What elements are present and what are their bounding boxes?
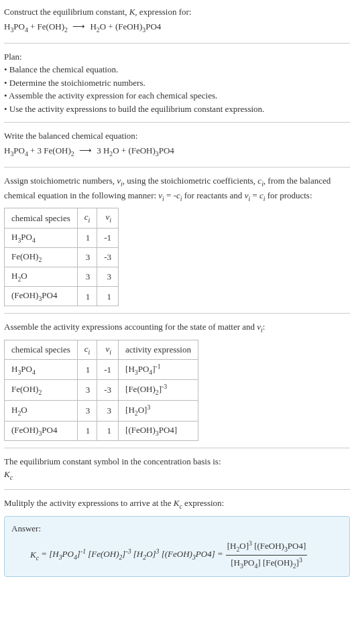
cell-ci: 1 — [77, 228, 97, 247]
cell-ci: 1 — [77, 421, 97, 440]
col-ci: ci — [77, 340, 97, 359]
table-row: Fe(OH)2 3 -3 — [5, 247, 119, 267]
cell-vi: -3 — [97, 247, 119, 267]
equilibrium-symbol: Kc — [4, 468, 350, 482]
kc-denominator: [H3PO4] [Fe(OH)2]3 — [229, 556, 304, 572]
table-row: H2O 3 3 — [5, 267, 119, 287]
intro-equation: H3PO4 + Fe(OH)2 ⟶ H2O + (FeOH)3PO4 — [4, 20, 350, 35]
col-species: chemical species — [5, 208, 78, 228]
cell-vi: 1 — [97, 287, 119, 306]
stoich-section: Assign stoichiometric numbers, νi, using… — [4, 174, 350, 314]
plan-item: • Balance the chemical equation. — [4, 63, 350, 76]
kc-fraction: [H2O]3 [(FeOH)3PO4] [H3PO4] [Fe(OH)2]3 — [226, 539, 308, 571]
table-row: (FeOH)3PO4 1 1 [(FeOH)3PO4] — [5, 421, 198, 440]
cell-ci: 3 — [77, 267, 97, 287]
final-intro: Mulitply the activity expressions to arr… — [4, 497, 350, 511]
intro-title: Construct the equilibrium constant, K, e… — [4, 5, 350, 19]
kc-expression: Kc = [H3PO4]-1 [Fe(OH)2]-3 [H2O]3 [(FeOH… — [11, 539, 343, 571]
table-header-row: chemical species ci νi — [5, 208, 119, 228]
cell-species: H2O — [5, 267, 78, 287]
cell-vi: -1 — [97, 228, 119, 247]
cell-activity: [H3PO4]-1 — [119, 359, 198, 380]
activity-intro: Assemble the activity expressions accoun… — [4, 320, 350, 335]
cell-species: Fe(OH)2 — [5, 247, 78, 267]
cell-species: (FeOH)3PO4 — [5, 287, 78, 306]
cell-species: Fe(OH)2 — [5, 380, 78, 401]
cell-vi: -3 — [97, 380, 119, 401]
cell-activity: [Fe(OH)2]-3 — [119, 380, 198, 401]
stoich-table: chemical species ci νi H3PO4 1 -1 Fe(OH)… — [4, 208, 119, 306]
cell-ci: 3 — [77, 401, 97, 422]
cell-activity: [(FeOH)3PO4] — [119, 421, 198, 440]
cell-ci: 3 — [77, 380, 97, 401]
table-row: H2O 3 3 [H2O]3 — [5, 401, 198, 422]
cell-activity: [H2O]3 — [119, 401, 198, 422]
cell-vi: 3 — [97, 267, 119, 287]
cell-vi: 3 — [97, 401, 119, 422]
plan-heading: Plan: — [4, 50, 350, 64]
balanced-heading: Write the balanced chemical equation: — [4, 129, 350, 143]
final-section: Mulitply the activity expressions to arr… — [4, 497, 350, 584]
col-activity: activity expression — [119, 340, 198, 359]
plan-item: • Use the activity expressions to build … — [4, 103, 350, 116]
cell-species: H3PO4 — [5, 228, 78, 247]
answer-box: Answer: Kc = [H3PO4]-1 [Fe(OH)2]-3 [H2O]… — [4, 516, 350, 578]
stoich-intro: Assign stoichiometric numbers, νi, using… — [4, 174, 350, 204]
cell-ci: 1 — [77, 287, 97, 306]
table-row: (FeOH)3PO4 1 1 — [5, 287, 119, 306]
answer-label: Answer: — [11, 522, 343, 535]
balanced-equation: H3PO4 + 3 Fe(OH)2 ⟶ 3 H2O + (FeOH)3PO4 — [4, 144, 350, 159]
cell-vi: -1 — [97, 359, 119, 380]
col-vi: νi — [97, 208, 119, 228]
kc-numerator: [H2O]3 [(FeOH)3PO4] — [226, 539, 308, 555]
cell-species: H3PO4 — [5, 359, 78, 380]
table-row: Fe(OH)2 3 -3 [Fe(OH)2]-3 — [5, 380, 198, 401]
table-row: H3PO4 1 -1 [H3PO4]-1 — [5, 359, 198, 380]
col-vi: νi — [97, 340, 119, 359]
equilibrium-symbol-section: The equilibrium constant symbol in the c… — [4, 455, 350, 491]
equilibrium-symbol-text: The equilibrium constant symbol in the c… — [4, 455, 350, 468]
activity-section: Assemble the activity expressions accoun… — [4, 320, 350, 448]
plan-item: • Determine the stoichiometric numbers. — [4, 76, 350, 90]
balanced-section: Write the balanced chemical equation: H3… — [4, 129, 350, 168]
plan-item: • Assemble the activity expression for e… — [4, 89, 350, 103]
kc-lhs: Kc = [H3PO4]-1 [Fe(OH)2]-3 [H2O]3 [(FeOH… — [30, 547, 223, 563]
activity-table: chemical species ci νi activity expressi… — [4, 340, 198, 441]
cell-ci: 1 — [77, 359, 97, 380]
cell-species: H2O — [5, 401, 78, 422]
col-species: chemical species — [5, 340, 78, 359]
col-ci: ci — [77, 208, 97, 228]
cell-vi: 1 — [97, 421, 119, 440]
cell-species: (FeOH)3PO4 — [5, 421, 78, 440]
table-row: H3PO4 1 -1 — [5, 228, 119, 247]
plan-section: Plan: • Balance the chemical equation. •… — [4, 50, 350, 123]
table-header-row: chemical species ci νi activity expressi… — [5, 340, 198, 359]
cell-ci: 3 — [77, 247, 97, 267]
intro-section: Construct the equilibrium constant, K, e… — [4, 5, 350, 44]
